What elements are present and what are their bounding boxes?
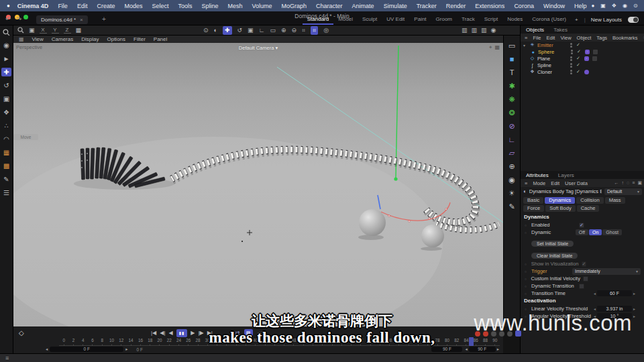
palette-icon[interactable]: T <box>510 68 515 77</box>
keyframe-dot-icon[interactable]: ○ <box>525 269 529 274</box>
menubar-item[interactable]: Extensions <box>470 3 509 9</box>
layout-tab[interactable]: Corona (User) <box>527 14 571 25</box>
rail-tool-icon[interactable]: ▦ <box>3 148 9 157</box>
stepper-up-icon[interactable]: ▸ <box>633 291 635 296</box>
preset-dropdown[interactable]: Default▾ <box>604 188 642 195</box>
attribute-tab[interactable]: Cache <box>577 205 600 212</box>
enable-check-icon[interactable]: ✓ <box>576 42 580 48</box>
tool-icon[interactable]: ↺ <box>237 26 243 35</box>
redo-icon[interactable]: ↷ <box>16 15 21 23</box>
menubar-item[interactable]: Modes <box>119 3 147 9</box>
apple-icon[interactable]: ● <box>7 3 10 9</box>
tool-icon[interactable]: ∟ <box>259 26 265 35</box>
range-left-icon[interactable]: ◂ <box>46 347 48 352</box>
custom-velocity-checkbox[interactable] <box>583 276 588 282</box>
viewport-menu-item[interactable]: Cameras <box>52 36 73 42</box>
transition-time-value[interactable]: 60 F <box>597 290 632 296</box>
set-initial-state-button[interactable]: Set Initial State <box>531 241 574 247</box>
visibility-dots[interactable] <box>571 50 573 54</box>
rail-tool-icon[interactable]: ► <box>3 54 10 63</box>
render-icon[interactable]: ▥ <box>472 26 478 35</box>
rail-tool-icon[interactable]: ↺ <box>3 81 9 90</box>
phong-tag-icon[interactable] <box>592 56 597 61</box>
menubar-item[interactable]: Volume <box>248 3 277 9</box>
panel-tab[interactable]: Attributes <box>526 172 549 178</box>
visibility-dots[interactable] <box>570 63 572 68</box>
attribute-tab[interactable]: Force <box>523 205 544 212</box>
viewport-grid-icon[interactable]: ▦ <box>19 36 24 42</box>
palette-icon[interactable]: ▱ <box>509 149 515 158</box>
object-row-spline[interactable]: ʃ Spline ✓ <box>521 62 644 68</box>
attributes-header-icon[interactable]: ◌ <box>627 180 629 186</box>
axis-handle-dot[interactable] <box>394 177 397 180</box>
search-tool-icon[interactable] <box>3 29 10 36</box>
rail-tool-icon[interactable]: ∴ <box>4 121 8 130</box>
viewport-menu-item[interactable]: View <box>32 36 44 42</box>
menubar-item[interactable]: Tracker <box>412 3 441 9</box>
show-visualization-checkbox[interactable]: ✓ <box>582 261 587 267</box>
palette-icon[interactable]: ⊘ <box>508 122 515 131</box>
menubar-item[interactable]: MoGraph <box>277 3 312 9</box>
rail-tool-icon[interactable]: ☰ <box>3 188 9 197</box>
layout-tab[interactable]: Nodes <box>502 14 527 25</box>
enable-check-icon[interactable]: ✓ <box>576 56 580 61</box>
objects-menu-item[interactable]: View <box>560 35 571 41</box>
attribute-tab[interactable]: Basic <box>523 197 543 204</box>
viewport-corner-icon[interactable]: ▦ <box>494 44 500 51</box>
viewport-camera-dropdown[interactable]: Default Camera ▾ <box>13 45 503 51</box>
search-icon[interactable] <box>17 27 24 34</box>
attribute-tab[interactable]: Collision <box>576 197 603 204</box>
render-icon[interactable]: ◉ <box>491 26 496 35</box>
enable-check-icon[interactable]: ✓ <box>576 62 580 68</box>
viewport-scene[interactable] <box>13 43 503 326</box>
menubar-item[interactable]: Select <box>147 3 173 9</box>
viewport-menu-item[interactable]: Options <box>107 36 125 42</box>
range-left-icon[interactable]: ◂ <box>465 347 467 352</box>
dynamic-on-button[interactable]: On <box>589 229 602 235</box>
panel-menu-icon[interactable]: ≡ <box>525 180 527 186</box>
menubar-item[interactable]: Character <box>311 3 347 9</box>
stepper-down-icon[interactable]: ◂ <box>594 291 596 296</box>
range-right-icon[interactable]: ▸ <box>125 347 127 352</box>
rail-tool-icon[interactable]: ◉ <box>3 41 9 50</box>
dynamic-off-button[interactable]: Off <box>576 229 588 235</box>
render-icon[interactable]: ▥ <box>481 26 487 35</box>
tool-icon[interactable]: ⊕ <box>281 26 286 35</box>
rail-tool-icon[interactable]: ▣ <box>3 95 9 103</box>
objects-menu-item[interactable]: Tags <box>596 35 607 41</box>
menubar-item[interactable]: Create <box>92 3 119 9</box>
layout-tab[interactable]: Track <box>457 14 480 25</box>
tool-icon[interactable]: ▣ <box>248 26 254 35</box>
attributes-header-icon[interactable]: ▣ <box>637 180 642 186</box>
palette-icon[interactable]: ☀ <box>508 189 515 198</box>
expand-caret-icon[interactable]: ▾ <box>523 43 527 48</box>
visibility-dots[interactable] <box>570 43 572 48</box>
workplane-icon[interactable]: ▣ <box>29 26 35 35</box>
range-right-icon[interactable]: ▸ <box>497 347 499 352</box>
sphere-object-2[interactable] <box>421 225 444 247</box>
palette-icon[interactable]: ▭ <box>508 42 515 50</box>
palette-icon[interactable]: ⊕ <box>508 162 515 171</box>
viewport-menu-item[interactable]: Display <box>81 36 99 42</box>
viewport-menu-item[interactable]: Filter <box>133 36 146 42</box>
rail-tool-icon[interactable]: ✚ <box>1 68 11 76</box>
attributes-header-icon[interactable]: ↑ <box>622 180 625 186</box>
layout-tab[interactable]: Groom <box>431 14 457 25</box>
axes-icon[interactable]: ▦ <box>76 26 82 35</box>
menubar-item[interactable]: Simulate <box>379 3 412 9</box>
attributes-header-icon[interactable]: ← <box>614 180 619 186</box>
tool-icon[interactable]: ⌗ <box>302 26 305 35</box>
panel-tab[interactable]: Objects <box>526 27 544 33</box>
palette-icon[interactable]: ✱ <box>508 82 515 90</box>
rail-tool-icon[interactable]: ▩ <box>3 162 9 170</box>
layout-tab[interactable]: Sculpt <box>358 14 382 25</box>
menubar-item[interactable]: Spline <box>197 3 223 9</box>
phong-tag-icon[interactable] <box>593 50 598 54</box>
attribute-tab[interactable]: Soft Body <box>545 205 576 212</box>
menubar-status-icon[interactable]: ◉ <box>623 3 627 9</box>
sphere-object[interactable] <box>359 209 386 236</box>
keyframe-dot-icon[interactable]: ○ <box>525 277 529 281</box>
project-end-field[interactable]: 90 F <box>469 347 496 352</box>
stepper-up-icon[interactable]: ▸ <box>633 306 635 311</box>
objects-menu-item[interactable]: Object <box>577 35 592 41</box>
